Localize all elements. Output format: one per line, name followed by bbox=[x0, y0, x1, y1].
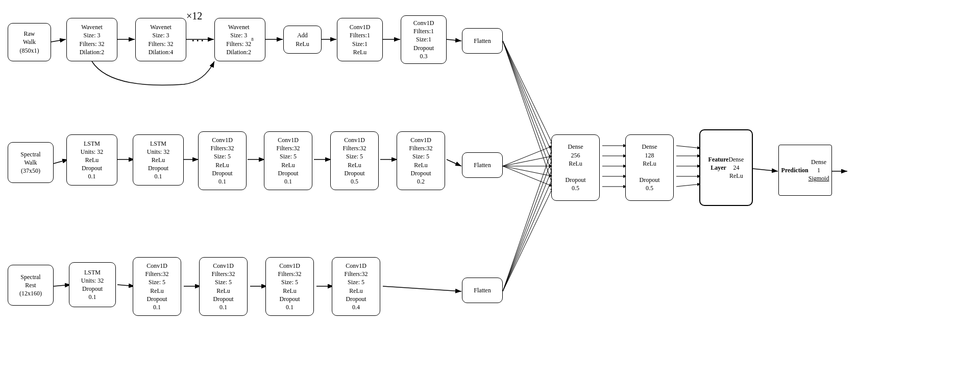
conv1d-b3-node: Conv1DFilters:32Size: 5ReLuDropout0.5 bbox=[330, 131, 379, 190]
svg-line-31 bbox=[503, 146, 553, 291]
conv1d-c3-node: Conv1DFilters:32Size: 5ReLuDropout0.1 bbox=[265, 257, 314, 316]
svg-line-22 bbox=[503, 41, 553, 156]
svg-line-29 bbox=[503, 166, 553, 176]
svg-line-33 bbox=[503, 166, 553, 291]
times12-label: ×12 bbox=[186, 10, 202, 22]
flatten-a-node: Flatten bbox=[462, 28, 503, 54]
wavenet1-node: WavenetSize: 3Filters: 32Dilation:2 bbox=[66, 18, 117, 61]
add-relu-node: AddReLu bbox=[283, 26, 322, 54]
svg-line-7 bbox=[447, 39, 461, 41]
svg-line-23 bbox=[503, 41, 553, 166]
dense128-node: Dense128ReLuDropout0.5 bbox=[625, 134, 674, 201]
svg-line-24 bbox=[503, 41, 553, 176]
svg-line-20 bbox=[383, 286, 461, 291]
svg-line-30 bbox=[503, 166, 553, 187]
spectral-rest-node: SpectralRest(12x160) bbox=[8, 265, 54, 306]
conv1d-a2-node: Conv1DFilters:1Size:1Dropout0.3 bbox=[401, 15, 447, 64]
conv1d-b1-node: Conv1DFilters:32Size: 5ReLuDropout0.1 bbox=[198, 131, 247, 190]
svg-line-45 bbox=[676, 184, 701, 187]
svg-line-15 bbox=[54, 285, 71, 286]
neural-network-diagram: RawWalk(850x1) WavenetSize: 3Filters: 32… bbox=[0, 0, 980, 368]
lstm-c1-node: LSTMUnits: 32Dropout0.1 bbox=[69, 262, 116, 307]
dots-ellipsis: · · · bbox=[192, 36, 204, 47]
conv1d-b4-node: Conv1DFilters:32Size: 5ReLuDropout0.2 bbox=[397, 131, 445, 190]
conv1d-c1-node: Conv1DFilters:32Size: 5ReLuDropout0.1 bbox=[133, 257, 181, 316]
wavenet3-node: WavenetSize: 3Filters: 32Dilation:28 bbox=[214, 18, 265, 61]
svg-line-14 bbox=[447, 159, 461, 166]
prediction-node: PredictionDense1Sigmoid bbox=[778, 145, 832, 196]
svg-line-26 bbox=[503, 146, 553, 166]
conv1d-c4-node: Conv1DFilters:32Size: 5ReLuDropout0.4 bbox=[332, 257, 380, 316]
flatten-b-node: Flatten bbox=[462, 152, 503, 178]
wavenet2-node: WavenetSize: 3Filters: 32Dilation:4 bbox=[135, 18, 186, 61]
feature-layer-node: FeatureLayerDense24ReLu bbox=[699, 129, 753, 206]
svg-line-27 bbox=[503, 156, 553, 166]
conv1d-b2-node: Conv1DFilters:32Size: 5ReLuDropout0.1 bbox=[264, 131, 312, 190]
svg-line-16 bbox=[117, 285, 135, 286]
lstm-b1-node: LSTMUnits: 32ReLuDropout0.1 bbox=[66, 134, 117, 186]
svg-line-21 bbox=[503, 41, 553, 146]
svg-line-1 bbox=[51, 39, 66, 42]
spectral-walk-node: SpectralWalk(37x50) bbox=[8, 142, 54, 183]
svg-line-34 bbox=[503, 176, 553, 291]
lstm-b2-node: LSTMUnits: 32ReLuDropout0.1 bbox=[133, 134, 184, 186]
svg-line-32 bbox=[503, 156, 553, 291]
flatten-c-node: Flatten bbox=[462, 278, 503, 303]
svg-line-41 bbox=[676, 146, 701, 148]
svg-line-35 bbox=[503, 187, 553, 291]
conv1d-c2-node: Conv1DFilters:32Size: 5ReLuDropout0.1 bbox=[199, 257, 248, 316]
svg-line-46 bbox=[753, 169, 778, 171]
dense256-node: Dense256ReLuDropout0.5 bbox=[551, 134, 600, 201]
raw-walk-node: RawWalk(850x1) bbox=[8, 23, 51, 61]
svg-line-25 bbox=[503, 41, 553, 187]
conv1d-a1-node: Conv1DFilters:1Size:1ReLu bbox=[337, 18, 383, 61]
